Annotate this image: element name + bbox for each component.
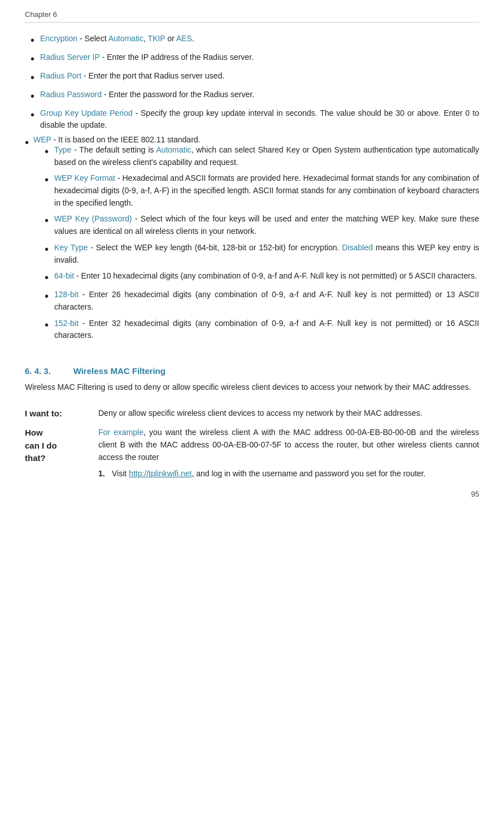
bullet-text: Group Key Update Period - Specify the gr… xyxy=(40,107,479,131)
sub-bullet-dot: • xyxy=(45,242,49,257)
iwantto-label: I want to: xyxy=(25,404,98,424)
sub-bullet-text: Key Type - Select the WEP key length (64… xyxy=(54,242,479,266)
list-item: • Type - The default setting is Automati… xyxy=(33,144,479,168)
section-title: Wireless MAC Filtering xyxy=(73,366,166,376)
sub-bullet-text: 152-bit - Enter 32 hexadecimal digits (a… xyxy=(54,318,479,342)
sub-bullet-dot: • xyxy=(45,213,49,228)
wep-dot: • xyxy=(25,135,29,150)
sub-bullet-dot: • xyxy=(45,144,49,159)
group-key-label: Group Key Update Period xyxy=(40,108,132,118)
sub-bullet-text: WEP Key (Password) - Select which of the… xyxy=(54,213,479,237)
radius-password-label: Radius Password xyxy=(40,90,102,99)
radius-port-label: Radius Port xyxy=(40,71,81,80)
sub-bullet-dot: • xyxy=(45,318,49,332)
list-item: • Group Key Update Period - Specify the … xyxy=(25,107,479,131)
64bit-label: 64-bit xyxy=(54,271,74,280)
page-number: 95 xyxy=(471,490,479,498)
bullet-dot: • xyxy=(31,70,34,85)
info-table: I want to: Deny or allow specific wirele… xyxy=(25,404,479,486)
bullet-dot: • xyxy=(31,33,34,47)
sub-bullet-dot: • xyxy=(45,289,49,303)
tplinkwifi-link[interactable]: http://tplinkwifi.net xyxy=(129,469,192,478)
sub-bullet-text: 128-bit - Enter 26 hexadecimal digits (a… xyxy=(54,289,479,313)
wep-content: WEP - It is based on the IEEE 802.11 sta… xyxy=(33,135,479,346)
radius-server-ip-label: Radius Server IP xyxy=(40,53,100,62)
list-item: • Radius Server IP - Enter the IP addres… xyxy=(25,51,479,66)
152bit-label: 152-bit xyxy=(54,319,79,328)
list-item: • WEP Key Format - Hexadecimal and ASCII… xyxy=(33,172,479,209)
table-row: How can I do that? For example, you want… xyxy=(25,423,479,486)
howcan-value: For example, you want the wireless clien… xyxy=(98,423,479,486)
list-item: • 64-bit - Enter 10 hexadecimal digits (… xyxy=(33,270,479,285)
table-row: I want to: Deny or allow specific wirele… xyxy=(25,404,479,424)
sub-bullet-text: WEP Key Format - Hexadecimal and ASCII f… xyxy=(54,172,479,209)
bullet-dot: • xyxy=(31,107,34,122)
wep-key-password-label: WEP Key (Password) xyxy=(54,214,132,223)
iwantto-value: Deny or allow specific wireless client d… xyxy=(98,404,479,424)
chapter-header: Chapter 6 xyxy=(25,10,479,23)
sub-bullet-text: 64-bit - Enter 10 hexadecimal digits (an… xyxy=(54,270,479,282)
128bit-label: 128-bit xyxy=(54,290,79,299)
list-item: • WEP Key (Password) - Select which of t… xyxy=(33,213,479,237)
wep-key-format-label: WEP Key Format xyxy=(54,173,115,182)
key-type-label: Key Type xyxy=(54,243,88,252)
wep-label: WEP xyxy=(33,135,51,144)
bullet-text: Radius Password - Enter the password for… xyxy=(40,89,479,101)
list-item: • 128-bit - Enter 26 hexadecimal digits … xyxy=(33,289,479,313)
list-item: • 152-bit - Enter 32 hexadecimal digits … xyxy=(33,318,479,342)
tkip-label: TKIP xyxy=(147,34,165,43)
step-text: Visit http://tplinkwifi.net, and log in … xyxy=(112,468,479,480)
section-desc: Wireless MAC Filtering is used to deny o… xyxy=(25,381,479,394)
steps-list: 1. Visit http://tplinkwifi.net, and log … xyxy=(98,468,479,480)
encryption-label: Encryption xyxy=(40,34,77,43)
bullet-text: Encryption - Select Automatic, TKIP or A… xyxy=(40,33,479,45)
page: Chapter 6 • Encryption - Select Automati… xyxy=(0,0,504,508)
automatic-label: Automatic xyxy=(108,34,144,43)
aes-label: AES xyxy=(176,34,192,43)
step-number: 1. xyxy=(98,468,107,480)
list-item: • Key Type - Select the WEP key length (… xyxy=(33,242,479,266)
howcan-label: How can I do that? xyxy=(25,423,98,486)
for-example: For example xyxy=(98,428,144,437)
encryption-select: - Select xyxy=(80,34,108,43)
list-item: 1. Visit http://tplinkwifi.net, and log … xyxy=(98,468,479,480)
section-heading: 6. 4. 3. Wireless MAC Filtering xyxy=(25,366,479,376)
bullet-dot: • xyxy=(31,51,34,66)
bullet-text: Radius Port - Enter the port that Radius… xyxy=(40,70,479,82)
section-number: 6. 4. 3. xyxy=(25,366,51,376)
automatic-highlight: Automatic xyxy=(156,145,191,154)
bullet-text: Radius Server IP - Enter the IP address … xyxy=(40,51,479,63)
list-item: • Encryption - Select Automatic, TKIP or… xyxy=(25,33,479,47)
list-item: • Radius Password - Enter the password f… xyxy=(25,89,479,103)
wep-outer: • WEP - It is based on the IEEE 802.11 s… xyxy=(25,135,479,346)
disabled-label: Disabled xyxy=(342,243,372,252)
wep-sub-list: • Type - The default setting is Automati… xyxy=(33,144,479,342)
sub-bullet-text: Type - The default setting is Automatic,… xyxy=(54,144,479,168)
main-bullet-list: • Encryption - Select Automatic, TKIP or… xyxy=(25,33,479,131)
type-label: Type xyxy=(54,145,71,154)
bullet-dot: • xyxy=(31,89,34,103)
sub-bullet-dot: • xyxy=(45,172,49,187)
list-item: • Radius Port - Enter the port that Radi… xyxy=(25,70,479,85)
sub-bullet-dot: • xyxy=(45,270,49,285)
chapter-title: Chapter 6 xyxy=(25,10,57,19)
